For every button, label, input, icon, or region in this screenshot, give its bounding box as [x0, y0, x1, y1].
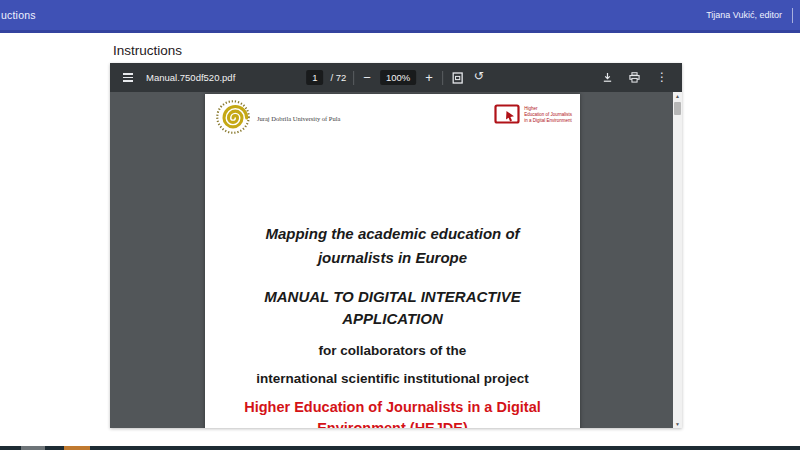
- fit-to-page-icon[interactable]: [450, 70, 465, 86]
- doc-subtitle-line: APPLICATION: [205, 308, 580, 330]
- nav-item-instructions[interactable]: uctions: [1, 9, 36, 21]
- toolbar-divider: [442, 71, 443, 85]
- rotate-icon[interactable]: ↺: [472, 68, 486, 85]
- spiral-logo-icon: [215, 99, 251, 135]
- pdf-scrollbar[interactable]: ▲ ▼: [673, 92, 682, 428]
- zoom-out-button[interactable]: −: [361, 69, 373, 86]
- scroll-down-icon[interactable]: ▼: [675, 420, 680, 428]
- download-icon[interactable]: [600, 70, 615, 85]
- page-number-input[interactable]: 1: [306, 70, 323, 85]
- pdf-page: Juraj Dobrila University of Pula Higher …: [205, 94, 580, 428]
- doc-title-line: journalists in Europe: [205, 246, 580, 270]
- pdf-viewer: Manual.750df520.pdf 1 / 72 − 100% + ↺: [110, 63, 682, 428]
- hejde-logo-line: Education of Journalists: [524, 112, 572, 117]
- doc-red-line: Environment (HEJDE): [205, 418, 580, 428]
- university-name: Juraj Dobrila University of Pula: [257, 115, 340, 122]
- doc-body-line: international scientific institutional p…: [205, 371, 580, 386]
- hejde-logo-line: in a Digital Environment: [524, 118, 572, 123]
- zoom-in-button[interactable]: +: [423, 69, 435, 86]
- doc-title-block: Mapping the academic education of journa…: [205, 222, 580, 428]
- hejde-logo: Higher Education of Journalists in a Dig…: [494, 104, 572, 125]
- page-title: Instructions: [113, 43, 182, 58]
- taskbar-segment-gray: [21, 446, 45, 450]
- print-icon[interactable]: [627, 70, 642, 85]
- toolbar-divider: [353, 71, 354, 85]
- pdf-content-area: Juraj Dobrila University of Pula Higher …: [110, 92, 682, 428]
- scrollbar-thumb[interactable]: [674, 102, 681, 115]
- doc-red-line: Higher Education of Journalists in a Dig…: [205, 397, 580, 418]
- taskbar-segment-orange: [64, 446, 90, 450]
- bottom-taskbar-edge: [0, 446, 800, 450]
- university-logo: Juraj Dobrila University of Pula: [215, 99, 340, 135]
- app-header: uctions Tijana Vukić, editor: [0, 0, 800, 33]
- pdf-toolbar: Manual.750df520.pdf 1 / 72 − 100% + ↺: [110, 63, 682, 92]
- hejde-screen-icon: [494, 104, 521, 125]
- header-divider: [792, 8, 793, 23]
- zoom-level-input[interactable]: 100%: [380, 70, 416, 85]
- user-menu[interactable]: Tijana Vukić, editor: [706, 10, 782, 20]
- hejde-logo-line: Higher: [524, 106, 572, 111]
- doc-logos-row: Juraj Dobrila University of Pula Higher …: [215, 99, 572, 135]
- doc-title-line: Mapping the academic education of: [205, 222, 580, 246]
- page-count-label: / 72: [330, 72, 346, 83]
- doc-body-line: for collaborators of the: [205, 343, 580, 358]
- scroll-up-icon[interactable]: ▲: [675, 92, 680, 100]
- hamburger-menu-icon[interactable]: [120, 70, 136, 85]
- more-options-icon[interactable]: ⋮: [654, 69, 670, 86]
- pdf-filename: Manual.750df520.pdf: [146, 72, 235, 83]
- doc-subtitle-line: MANUAL TO DIGITAL INTERACTIVE: [205, 286, 580, 308]
